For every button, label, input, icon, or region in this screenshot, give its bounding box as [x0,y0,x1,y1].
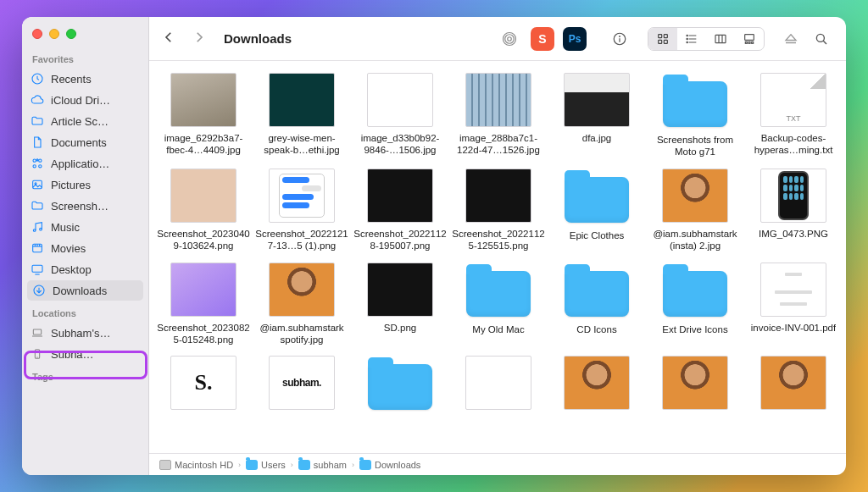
svg-rect-28 [664,34,667,37]
app-icon-s[interactable]: S [531,27,554,51]
file-item[interactable]: Screenshot_20221128-195007.png [351,169,449,252]
svg-rect-14 [32,265,42,272]
file-name-label: Screenshot_20221217-13…5 (1).png [254,228,349,252]
file-item[interactable]: @iam.subhamstark spotify.jpg [253,263,351,346]
view-columns-button[interactable] [706,28,735,50]
app-icon-photoshop[interactable]: Ps [563,27,587,51]
minimize-button[interactable] [49,29,59,39]
forward-button[interactable] [192,30,207,48]
file-item[interactable]: subham. [253,356,351,417]
file-item[interactable] [351,356,449,417]
file-name-label: My Old Mac [472,323,524,335]
file-item[interactable]: Screenshot_20221217-13…5 (1).png [253,169,351,252]
folder-icon [298,460,310,470]
sidebar-item-label: Recents [51,73,92,86]
sidebar-item-documents[interactable]: Documents [22,132,148,152]
view-list-button[interactable] [677,28,706,50]
hd-icon [159,460,171,470]
sidebar-location-subham-s-[interactable]: Subham's… [22,323,148,343]
svg-point-22 [505,34,515,43]
phone-icon [31,347,44,361]
sidebar-item-screensh-[interactable]: Screensh… [22,196,148,216]
file-name-label: invoice-INV-001.pdf [751,322,836,334]
sidebar-item-music[interactable]: Music [22,217,148,237]
file-item[interactable]: TXTBackup-codes-hyperas…ming.txt [744,73,843,158]
view-icons-button[interactable] [648,28,677,50]
file-item[interactable]: Epic Clothes [548,169,646,252]
sidebar-item-label: Pictures [51,179,91,191]
sidebar-item-article-sc-[interactable]: Article Sc… [22,111,148,131]
window-title: Downloads [224,31,292,46]
folder-icon [246,460,258,470]
breadcrumb-segment[interactable]: Users [246,460,286,470]
file-item[interactable]: My Old Mac [449,263,548,346]
file-item[interactable]: Screenshot_20230825-015248.png [154,263,253,346]
view-gallery-button[interactable] [735,28,764,50]
file-item[interactable]: image_6292b3a7-fbec-4…4409.jpg [154,73,253,158]
file-name-label: IMG_0473.PNG [759,228,828,240]
file-item[interactable]: @iam.subhamstark (insta) 2.jpg [646,169,744,252]
file-name-label: Screenshots from Moto g71 [648,134,743,158]
chevron-right-icon: › [352,461,354,469]
sidebar-item-applicatio-[interactable]: Applicatio… [22,153,148,174]
info-button[interactable] [607,27,632,51]
file-item[interactable]: SD.png [351,263,449,346]
sidebar-item-recents[interactable]: Recents [22,69,148,89]
svg-point-2 [39,159,42,162]
sidebar-item-desktop[interactable]: Desktop [22,259,148,279]
search-button[interactable] [809,27,834,51]
breadcrumb-segment[interactable]: subham [298,460,347,470]
file-item[interactable]: image_288ba7c1-122d-47…1526.jpg [449,73,548,158]
fullscreen-button[interactable] [66,29,76,39]
svg-point-3 [33,165,36,168]
sidebar-item-label: Documents [51,136,107,149]
file-item[interactable]: Screenshot_20221125-125515.png [449,169,548,252]
folder-icon [359,460,371,470]
file-name-label: image_6292b3a7-fbec-4…4409.jpg [156,132,251,157]
breadcrumb-label: Downloads [375,460,420,470]
file-content-area[interactable]: image_6292b3a7-fbec-4…4409.jpggrey-wise-… [149,61,846,453]
sidebar-tags-header: Tags [22,365,148,385]
file-item[interactable] [548,356,646,417]
file-item[interactable]: Screenshots from Moto g71 [646,73,744,158]
back-button[interactable] [161,30,176,48]
breadcrumb-segment[interactable]: Macintosh HD [159,460,233,470]
svg-point-4 [39,165,42,168]
picture-icon [31,178,44,191]
file-item[interactable] [646,356,744,417]
sidebar-item-label: Downloads [53,285,107,297]
finder-window: Favorites RecentsiCloud Dri…Article Sc…D… [22,17,846,475]
file-item[interactable]: Ext Drive Icons [646,263,744,346]
sidebar-item-movies[interactable]: Movies [22,238,148,258]
sidebar-item-downloads[interactable]: Downloads [27,280,143,301]
file-name-label: Ext Drive Icons [662,323,727,335]
svg-point-46 [816,34,824,41]
breadcrumb-segment[interactable]: Downloads [359,460,420,470]
file-item[interactable] [744,356,843,417]
sidebar-item-label: iCloud Dri… [51,94,110,107]
sidebar-location-subha-[interactable]: Subha… [22,344,148,364]
file-item[interactable]: Screenshot_20230409-103624.png [154,169,253,252]
sidebar-item-label: Applicatio… [51,158,109,170]
breadcrumb-label: subham [314,460,347,470]
file-item[interactable]: CD Icons [548,263,646,346]
file-item[interactable]: invoice-INV-001.pdf [744,263,843,346]
file-item[interactable]: S. [154,356,253,417]
file-item[interactable] [449,356,548,417]
file-item[interactable]: dfa.jpg [548,73,646,158]
svg-rect-37 [715,35,726,42]
airdrop-icon[interactable] [497,27,522,51]
sidebar-item-pictures[interactable]: Pictures [22,174,148,195]
sidebar: Favorites RecentsiCloud Dri…Article Sc…D… [22,17,149,475]
apps-icon [31,157,44,170]
file-item[interactable]: grey-wise-men-speak-b…ethi.jpg [253,73,351,158]
sidebar-locations-header: Locations [22,301,148,322]
close-button[interactable] [32,29,42,39]
file-item[interactable]: IMG_0473.PNG [744,169,843,252]
file-item[interactable]: image_d33b0b92-9846-…1506.jpg [351,73,449,158]
file-name-label: SD.png [384,322,416,334]
path-bar: Macintosh HD›Users›subham›Downloads [149,453,846,475]
svg-point-34 [687,35,687,36]
sidebar-item-icloud-dri-[interactable]: iCloud Dri… [22,90,148,110]
eject-button[interactable] [778,27,804,51]
